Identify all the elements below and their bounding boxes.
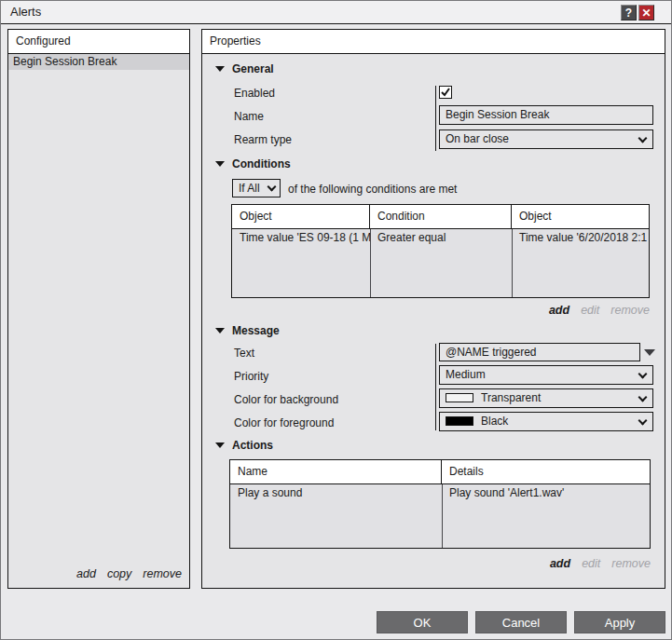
condition-row[interactable]: Time value 'ES 09-18 (1 M Greater equal … xyxy=(232,229,649,247)
column-header[interactable]: Condition xyxy=(370,205,512,228)
foreground-color-select[interactable]: Black xyxy=(439,412,653,431)
collapse-icon xyxy=(215,161,225,167)
condition-match-value: If All xyxy=(239,182,260,195)
actions-links: add edit remove xyxy=(550,557,651,570)
conditions-table-header: Object Condition Object xyxy=(232,205,649,229)
actions-section-label: Actions xyxy=(232,439,273,452)
enabled-label: Enabled xyxy=(234,87,275,100)
label-field-divider xyxy=(435,86,436,151)
configured-remove-link[interactable]: remove xyxy=(143,567,182,580)
properties-panel: Properties General Enabled Name Begin Se… xyxy=(201,29,665,589)
checkmark-icon xyxy=(441,88,450,97)
conditions-edit-link[interactable]: edit xyxy=(581,304,599,317)
configured-panel: Configured Begin Session Break add copy … xyxy=(7,29,190,589)
general-section-header[interactable]: General xyxy=(215,62,274,75)
text-dropdown-arrow-icon[interactable] xyxy=(644,349,655,356)
priority-select[interactable]: Medium xyxy=(439,365,653,385)
background-color-label: Color for background xyxy=(234,393,338,406)
column-header[interactable]: Name xyxy=(230,460,442,483)
label-field-divider xyxy=(435,344,436,430)
collapse-icon xyxy=(215,328,225,334)
apply-button[interactable]: Apply xyxy=(574,611,665,633)
conditions-links: add edit remove xyxy=(549,304,650,317)
conditions-remove-link[interactable]: remove xyxy=(610,304,650,317)
conditions-add-link[interactable]: add xyxy=(549,304,569,317)
properties-panel-title: Properties xyxy=(202,30,665,54)
background-color-select[interactable]: Transparent xyxy=(439,388,653,408)
name-input[interactable]: Begin Session Break xyxy=(439,105,653,125)
action-row[interactable]: Play a sound Play sound 'Alert1.wav' xyxy=(230,484,650,502)
actions-table: Name Details Play a sound Play sound 'Al… xyxy=(229,459,651,549)
priority-value: Medium xyxy=(446,368,486,381)
alerts-dialog: Alerts ? ✕ Configured Begin Session Brea… xyxy=(0,0,672,640)
configured-list: Begin Session Break add copy remove xyxy=(8,54,189,588)
enabled-checkbox[interactable] xyxy=(439,86,452,99)
list-item[interactable]: Begin Session Break xyxy=(8,54,189,70)
configured-panel-title: Configured xyxy=(8,30,189,54)
actions-section-header[interactable]: Actions xyxy=(215,439,273,452)
name-label: Name xyxy=(234,110,264,123)
column-divider xyxy=(512,229,513,297)
message-text-input[interactable]: @NAME triggered xyxy=(439,343,640,361)
actions-table-header: Name Details xyxy=(230,460,650,484)
collapse-icon xyxy=(215,66,225,72)
column-divider xyxy=(442,484,443,548)
configured-copy-link[interactable]: copy xyxy=(107,567,131,580)
rearm-type-value: On bar close xyxy=(446,132,509,145)
message-text-label: Text xyxy=(234,347,254,360)
cancel-button[interactable]: Cancel xyxy=(475,611,567,633)
conditions-table: Object Condition Object Time value 'ES 0… xyxy=(231,204,650,298)
close-icon: ✕ xyxy=(641,7,651,20)
title-bar: Alerts ? ✕ xyxy=(1,1,671,24)
condition-match-select[interactable]: If All xyxy=(232,179,281,197)
condition-object-2: Time value '6/20/2018 2:1 xyxy=(512,229,649,247)
message-section-header[interactable]: Message xyxy=(215,324,280,337)
action-name: Play a sound xyxy=(230,484,442,502)
configured-add-link[interactable]: add xyxy=(76,567,96,580)
column-header[interactable]: Object xyxy=(232,205,370,228)
chevron-down-icon xyxy=(638,393,648,402)
condition-operator: Greater equal xyxy=(370,229,512,247)
rearm-type-label: Rearm type xyxy=(234,133,292,146)
help-icon: ? xyxy=(625,7,632,20)
conditions-section-label: Conditions xyxy=(232,157,291,170)
color-swatch xyxy=(446,393,473,402)
general-section-label: General xyxy=(232,62,274,75)
help-button[interactable]: ? xyxy=(621,5,637,20)
message-section-label: Message xyxy=(232,324,280,337)
column-header[interactable]: Object xyxy=(512,205,649,228)
condition-match-text: of the following conditions are met xyxy=(288,183,457,196)
conditions-section-header[interactable]: Conditions xyxy=(215,157,291,170)
chevron-down-icon xyxy=(638,134,648,143)
close-button[interactable]: ✕ xyxy=(638,5,654,20)
ok-button[interactable]: OK xyxy=(377,611,468,633)
column-header[interactable]: Details xyxy=(442,460,650,483)
chevron-down-icon xyxy=(638,416,648,426)
actions-remove-link[interactable]: remove xyxy=(611,557,651,570)
column-divider xyxy=(370,229,371,297)
rearm-type-select[interactable]: On bar close xyxy=(439,129,653,149)
foreground-color-label: Color for foreground xyxy=(234,416,334,429)
color-swatch xyxy=(446,416,473,426)
window-title: Alerts xyxy=(10,5,41,19)
background-color-value: Transparent xyxy=(481,391,541,404)
condition-object-1: Time value 'ES 09-18 (1 M xyxy=(232,229,370,247)
action-details: Play sound 'Alert1.wav' xyxy=(442,484,650,502)
collapse-icon xyxy=(215,443,225,448)
chevron-down-icon xyxy=(638,370,648,379)
priority-label: Priority xyxy=(234,370,268,383)
foreground-color-value: Black xyxy=(481,415,508,428)
actions-add-link[interactable]: add xyxy=(550,557,570,570)
actions-edit-link[interactable]: edit xyxy=(582,557,600,570)
configured-links: add copy remove xyxy=(76,567,182,580)
chevron-down-icon xyxy=(267,183,277,192)
properties-content: General Enabled Name Begin Session Break… xyxy=(202,54,665,588)
